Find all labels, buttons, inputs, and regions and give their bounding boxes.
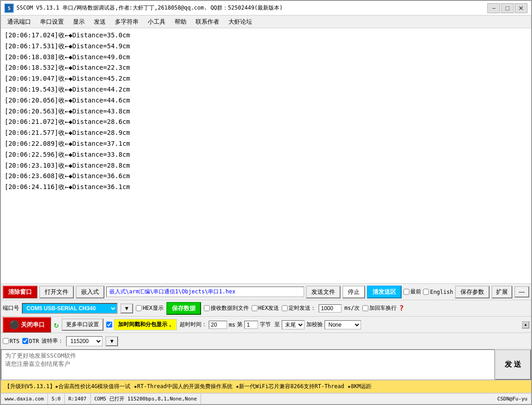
timeout-input[interactable] bbox=[209, 321, 227, 329]
timeout-label: 超时时间： bbox=[180, 321, 207, 328]
timeout-area: 超时时间： ms 第 字节 至 末尾 加校验 None bbox=[180, 320, 361, 329]
toolbar-row-2: 端口号 COM5 USB-SERIAL CH340 ▼ HEX显示 保存数据 接… bbox=[1, 300, 531, 317]
clear-window-button[interactable]: 清除窗口 bbox=[3, 286, 37, 298]
hex-display-checkbox[interactable] bbox=[136, 305, 142, 311]
ms-per-label: ms/次 bbox=[344, 304, 360, 312]
menu-forum[interactable]: 大虾论坛 bbox=[224, 16, 257, 27]
send-input[interactable]: 为了更好地发展SSCOM软件 请您注册嘉立创结尾客户 bbox=[1, 349, 495, 380]
menu-help[interactable]: 帮助 bbox=[170, 16, 191, 27]
send-button[interactable]: 发 送 bbox=[495, 349, 531, 380]
status-author: CSDN@Fu-yu bbox=[494, 394, 531, 404]
open-file-button[interactable]: 打开文件 bbox=[39, 286, 74, 298]
minimize-button[interactable]: − bbox=[487, 3, 500, 13]
byte-post-label: 字节 至 bbox=[260, 321, 279, 328]
hex-send-checkbox[interactable] bbox=[252, 305, 258, 311]
save-data-button[interactable]: 保存数据 bbox=[166, 302, 201, 315]
menu-bar: 通讯端口 串口设置 显示 发送 多字符串 小工具 帮助 联系作者 大虾论坛 bbox=[1, 15, 531, 28]
stop-button[interactable]: 停止 bbox=[342, 286, 365, 298]
log-line: [20:06:17.024]收←◆Distance=35.0cm bbox=[5, 30, 527, 41]
refresh-icon[interactable]: ↻ bbox=[54, 320, 59, 329]
save-params-button[interactable]: 保存参数 bbox=[455, 286, 490, 298]
close-port-button[interactable]: ⚫ 关闭串口 bbox=[3, 317, 51, 333]
timed-value-input[interactable] bbox=[319, 304, 341, 313]
last-checkbox[interactable] bbox=[403, 289, 409, 295]
checksum-select[interactable]: None bbox=[325, 320, 361, 329]
log-line: [20:06:19.047]收←◆Distance=45.2cm bbox=[5, 73, 527, 84]
rts-checkbox[interactable] bbox=[3, 338, 9, 344]
timed-send-checkbox[interactable] bbox=[282, 305, 288, 311]
toolbar-row-3: ⚫ 关闭串口 ↻ 更多串口设置 加时间戳和分包显示， 超时时间： ms 第 字节… bbox=[1, 317, 531, 333]
baud-select[interactable]: 115200 bbox=[66, 336, 103, 346]
maximize-button[interactable]: □ bbox=[501, 3, 514, 13]
send-file-button[interactable]: 发送文件 bbox=[306, 286, 341, 298]
hex-send-label[interactable]: HEX发送 bbox=[252, 304, 279, 312]
log-line: [20:06:18.038]收←◆Distance=49.0cm bbox=[5, 52, 527, 63]
timed-send-label[interactable]: 定时发送： bbox=[282, 304, 316, 312]
toolbar-row-4: RTS DTR 波特率： 115200 ▼ bbox=[1, 333, 531, 349]
menu-send[interactable]: 发送 bbox=[89, 16, 110, 27]
log-line: [20:06:23.103]收←◆Distance=28.8cm bbox=[5, 160, 527, 171]
baud-dropdown-button[interactable]: ▼ bbox=[105, 336, 118, 346]
more-ports-button[interactable]: 更多串口设置 bbox=[62, 318, 103, 331]
scroll-up-button[interactable]: ▲ bbox=[522, 321, 529, 328]
timestamp-checkbox[interactable] bbox=[106, 322, 112, 328]
status-s-count: S:0 bbox=[48, 394, 65, 404]
menu-tools[interactable]: 小工具 bbox=[143, 16, 170, 27]
ms-label: ms bbox=[229, 322, 235, 328]
log-line: [20:06:22.089]收←◆Distance=37.1cm bbox=[5, 138, 527, 149]
bottom-area: 清除窗口 打开文件 嵌入式 嵌入式\arm汇编\串口通信1\Objects\串口… bbox=[1, 284, 531, 393]
hex-display-label[interactable]: HEX显示 bbox=[136, 304, 164, 312]
expand-button[interactable]: 扩展 bbox=[491, 286, 512, 298]
info-text: 【升级到V5.13.1】★合宙高性价比4G模块值得一试 ★RT-Thread中国… bbox=[5, 383, 372, 390]
log-line: [20:06:20.563]收←◆Distance=43.8cm bbox=[5, 106, 527, 117]
status-bar: www.daxia.com S:0 R:1407 COM5 已打开 115200… bbox=[1, 393, 531, 404]
end-dropdown[interactable]: 末尾 bbox=[282, 320, 305, 329]
log-line: [20:06:21.072]收←◆Distance=28.6cm bbox=[5, 117, 527, 128]
toolbar-row-1: 清除窗口 打开文件 嵌入式 嵌入式\arm汇编\串口通信1\Objects\串口… bbox=[1, 284, 531, 300]
menu-port[interactable]: 通讯端口 bbox=[3, 16, 36, 27]
crlf-label[interactable]: 加回车换行 bbox=[362, 304, 397, 312]
log-line: [20:06:19.543]收←◆Distance=44.2cm bbox=[5, 84, 527, 95]
checksum-label: 加校验 bbox=[306, 321, 323, 328]
send-area: 为了更好地发展SSCOM软件 请您注册嘉立创结尾客户 发 送 bbox=[1, 349, 531, 380]
log-line: [20:06:23.608]收←◆Distance=36.6cm bbox=[5, 171, 527, 182]
window-title: SSCOM V5.13.1 串口/网络数据调试器,作者:大虾丁丁,2618058… bbox=[16, 4, 487, 12]
log-line: [20:06:24.116]收←◆Distance=36.1cm bbox=[5, 182, 527, 193]
port-dropdown-button[interactable]: ▼ bbox=[120, 303, 133, 313]
byte-pre-label: 第 bbox=[237, 321, 243, 328]
title-bar: S SSCOM V5.13.1 串口/网络数据调试器,作者:大虾丁丁,26180… bbox=[1, 1, 531, 15]
content-area: [20:06:17.024]收←◆Distance=35.0cm[20:06:1… bbox=[1, 28, 531, 284]
minus-button[interactable]: — bbox=[514, 286, 529, 297]
port-select[interactable]: COM5 USB-SERIAL CH340 bbox=[22, 303, 118, 314]
clear-send-button[interactable]: 清发送区 bbox=[367, 286, 402, 298]
svg-text:S: S bbox=[8, 6, 10, 11]
english-checkbox[interactable] bbox=[423, 289, 429, 295]
main-window: S SSCOM V5.13.1 串口/网络数据调试器,作者:大虾丁丁,26180… bbox=[0, 0, 532, 405]
app-icon: S bbox=[5, 4, 14, 13]
log-line: [20:06:22.596]收←◆Distance=33.8cm bbox=[5, 149, 527, 160]
last-checkbox-label[interactable]: 最前 bbox=[403, 288, 421, 296]
port-label: 端口号 bbox=[3, 304, 19, 312]
filepath-display: 嵌入式\arm汇编\串口通信1\Objects\串口1.hex bbox=[106, 287, 304, 297]
english-checkbox-label[interactable]: English bbox=[423, 289, 453, 295]
status-website: www.daxia.com bbox=[1, 394, 48, 404]
recv-to-file-label[interactable]: 接收数据到文件 bbox=[204, 304, 249, 312]
status-port-info: COM5 已打开 115200bps,8,1,None,None bbox=[91, 394, 201, 404]
crlf-checkbox[interactable] bbox=[362, 305, 368, 311]
embed-button[interactable]: 嵌入式 bbox=[76, 286, 104, 298]
menu-multistring[interactable]: 多字符串 bbox=[110, 16, 143, 27]
help-icon[interactable]: ? bbox=[399, 304, 404, 313]
dtr-label[interactable]: DTR bbox=[22, 338, 39, 344]
log-area[interactable]: [20:06:17.024]收←◆Distance=35.0cm[20:06:1… bbox=[1, 28, 531, 284]
timestamp-label[interactable]: 加时间戳和分包显示， bbox=[106, 319, 177, 330]
dtr-checkbox[interactable] bbox=[22, 338, 28, 344]
log-line: [20:06:17.531]收←◆Distance=54.9cm bbox=[5, 41, 527, 52]
byte-input[interactable] bbox=[244, 321, 258, 329]
menu-contact[interactable]: 联系作者 bbox=[191, 16, 224, 27]
recv-to-file-checkbox[interactable] bbox=[204, 305, 210, 311]
rts-label[interactable]: RTS bbox=[3, 338, 20, 344]
menu-display[interactable]: 显示 bbox=[68, 16, 89, 27]
log-line: [20:06:21.577]收←◆Distance=28.9cm bbox=[5, 128, 527, 138]
menu-serial-settings[interactable]: 串口设置 bbox=[36, 16, 68, 27]
close-button[interactable]: ✕ bbox=[515, 3, 527, 13]
